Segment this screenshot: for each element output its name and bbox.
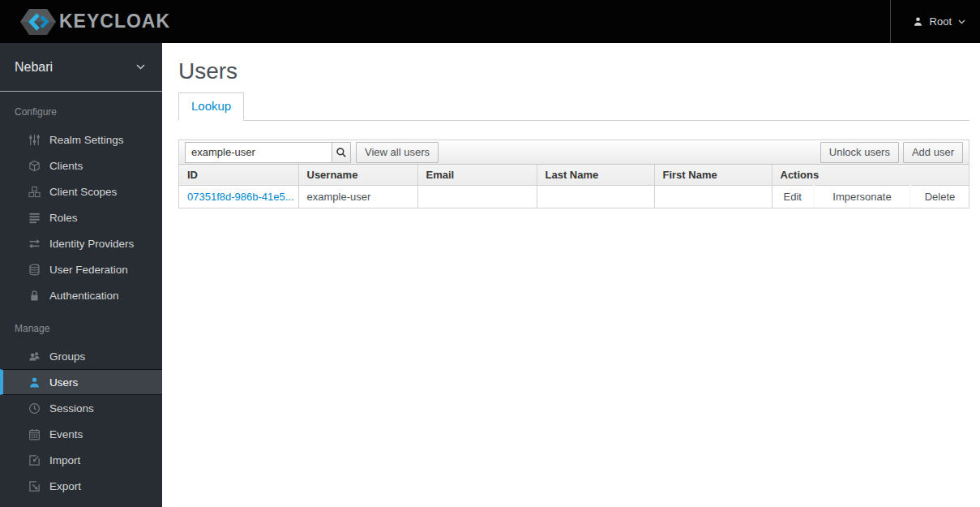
column-header-email: Email [417,165,537,186]
sidebar-item-label: Groups [49,350,85,363]
sidebar-item-clients[interactable]: Clients [0,153,162,178]
view-all-users-button[interactable]: View all users [356,142,439,163]
user-icon [913,16,923,27]
users-table: ID Username Email Last Name First Name A… [179,165,969,208]
clock-icon [28,402,41,415]
delete-action[interactable]: Delete [910,186,969,208]
search-button[interactable] [332,142,351,163]
column-header-username: Username [298,165,417,186]
sidebar-item-user-federation[interactable]: User Federation [0,256,162,282]
keycloak-logo[interactable]: KEYCLOAK [19,7,170,37]
tab-lookup[interactable]: Lookup [178,92,244,121]
sidebar-item-label: Roles [49,212,78,224]
chevron-down-icon [136,64,145,70]
database-icon [28,264,41,276]
brand-text: KEYCLOAK [59,11,170,32]
sidebar-item-users[interactable]: Users [0,369,162,395]
export-icon [28,480,41,492]
cell-first-name [654,186,772,208]
sidebar-item-label: Events [49,428,83,440]
sidebar-item-import[interactable]: Import [0,447,162,473]
users-table-block: View all users Unlock users Add user ID … [178,140,969,208]
unlock-users-button[interactable]: Unlock users [820,142,899,163]
main-content: Users Lookup View all users Unlock users… [162,43,980,507]
page-title: Users [178,58,969,84]
calendar-icon [28,428,41,440]
tab-bar: Lookup [178,92,969,121]
keycloak-logo-icon [19,7,57,37]
cell-last-name [537,186,654,208]
user-icon [28,376,41,389]
impersonate-action[interactable]: Impersonate [814,186,910,208]
sidebar-item-sessions[interactable]: Sessions [0,395,162,421]
group-icon [28,350,41,363]
sidebar-item-client-scopes[interactable]: Client Scopes [0,178,162,204]
realm-name: Nebari [15,60,53,75]
sidebar-item-export[interactable]: Export [0,473,162,499]
user-menu-label: Root [930,15,952,28]
manage-section-label: Manage [0,308,162,343]
table-header-row: ID Username Email Last Name First Name A… [179,165,969,186]
sidebar-item-label: Export [49,480,81,492]
user-id-link[interactable]: 07351f8d-986b-41e5... [187,191,294,203]
sidebar-item-label: Clients [49,160,83,172]
table-row: 07351f8d-986b-41e5... example-user Edit … [179,186,969,208]
magnifier-icon [336,147,347,158]
search-input[interactable] [185,142,332,163]
edit-action[interactable]: Edit [772,186,814,208]
sidebar-item-label: Realm Settings [49,134,124,146]
column-header-id: ID [179,165,298,186]
lock-icon [28,290,41,302]
column-header-actions: Actions [772,165,969,186]
sidebar-item-label: Identity Providers [49,238,134,250]
sidebar-item-realm-settings[interactable]: Realm Settings [0,127,162,153]
search-group [185,142,351,163]
sidebar-item-roles[interactable]: Roles [0,204,162,230]
sidebar: Nebari Configure Realm Settings Clients … [0,43,162,507]
sidebar-item-label: Authentication [49,290,119,302]
sliders-icon [28,134,41,146]
column-header-last-name: Last Name [537,165,654,186]
chevron-down-icon [958,19,965,24]
cell-id: 07351f8d-986b-41e5... [179,186,298,208]
exchange-arrows-icon [28,238,41,250]
table-toolbar: View all users Unlock users Add user [179,140,969,165]
sidebar-item-label: Client Scopes [49,186,117,198]
column-header-first-name: First Name [654,165,772,186]
sidebar-item-label: Sessions [49,402,94,415]
configure-section-label: Configure [0,92,162,127]
cubes-icon [28,186,41,198]
sidebar-item-label: Import [49,454,80,466]
sidebar-item-identity-providers[interactable]: Identity Providers [0,230,162,256]
topbar: KEYCLOAK Root [0,0,980,43]
import-icon [28,454,41,466]
sidebar-item-label: Users [49,376,78,389]
cell-username: example-user [298,186,417,208]
sidebar-item-events[interactable]: Events [0,421,162,447]
realm-selector[interactable]: Nebari [0,43,162,92]
list-icon [28,212,41,224]
user-menu[interactable]: Root [890,0,980,43]
cell-email [417,186,537,208]
sidebar-item-label: User Federation [49,264,128,276]
cube-icon [28,160,41,172]
add-user-button[interactable]: Add user [903,142,963,163]
sidebar-item-groups[interactable]: Groups [0,343,162,369]
sidebar-item-authentication[interactable]: Authentication [0,282,162,308]
